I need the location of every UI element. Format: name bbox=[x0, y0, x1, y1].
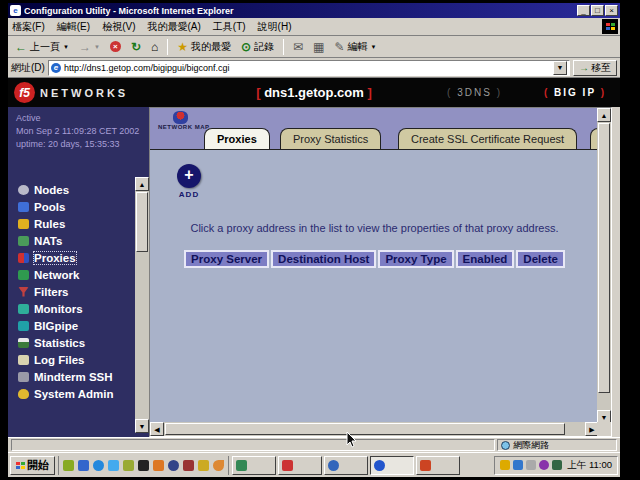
network-map-button[interactable]: NETWORK MAP bbox=[158, 111, 202, 130]
quick-launch-icon[interactable] bbox=[63, 460, 74, 471]
quick-launch-icon[interactable] bbox=[123, 460, 134, 471]
tray-icon[interactable] bbox=[500, 460, 510, 470]
sidebar-item-log-files[interactable]: Log Files bbox=[18, 351, 113, 368]
menu-favorites[interactable]: 我的最愛(A) bbox=[147, 20, 200, 34]
sidebar-scrollbar[interactable]: ▲ ▼ bbox=[135, 177, 149, 433]
window-titlebar[interactable]: e Configuration Utility - Microsoft Inte… bbox=[8, 3, 620, 18]
tray-icon[interactable] bbox=[552, 460, 562, 470]
edit-dropdown-icon[interactable]: ▼ bbox=[371, 44, 377, 50]
sidebar-item-proxies[interactable]: Proxies bbox=[18, 249, 113, 266]
quick-launch-icon[interactable] bbox=[153, 460, 164, 471]
favorites-icon: ★ bbox=[177, 41, 188, 53]
monitors-icon bbox=[18, 304, 29, 314]
tab-bar: NETWORK MAP Proxies Proxy Statistics Cre… bbox=[150, 108, 611, 150]
minimize-button[interactable]: _ bbox=[577, 5, 590, 16]
address-dropdown-icon[interactable]: ▼ bbox=[553, 61, 567, 75]
forward-dropdown-icon[interactable]: ▼ bbox=[94, 44, 100, 50]
taskbar-window-button-active[interactable] bbox=[370, 456, 414, 475]
system-tray: 上午 11:00 bbox=[494, 456, 618, 475]
maximize-button[interactable]: □ bbox=[591, 5, 604, 16]
tray-icon[interactable] bbox=[539, 460, 549, 470]
quick-launch-icon[interactable] bbox=[108, 460, 119, 471]
favorites-button[interactable]: ★ 我的最愛 bbox=[173, 38, 235, 56]
sidebar-item-mindterm-ssh[interactable]: Mindterm SSH bbox=[18, 368, 113, 385]
quick-launch-icon[interactable] bbox=[93, 460, 104, 471]
quick-launch-icon[interactable] bbox=[198, 460, 209, 471]
column-proxy-type: Proxy Type bbox=[378, 250, 453, 268]
sidebar-item-filters[interactable]: Filters bbox=[18, 283, 113, 300]
menu-view[interactable]: 檢視(V) bbox=[102, 20, 135, 34]
quick-launch-icon[interactable] bbox=[213, 460, 224, 471]
history-button[interactable]: ⊙ 記錄 bbox=[237, 38, 278, 56]
pools-icon bbox=[18, 202, 29, 212]
sidebar-item-pools[interactable]: Pools bbox=[18, 198, 113, 215]
sidebar-item-statistics[interactable]: Statistics bbox=[18, 334, 113, 351]
forward-button[interactable]: → ▼ bbox=[75, 38, 104, 56]
back-dropdown-icon[interactable]: ▼ bbox=[63, 44, 69, 50]
tab-proxy-statistics[interactable]: Proxy Statistics bbox=[280, 128, 381, 149]
menu-bar: 檔案(F) 編輯(E) 檢視(V) 我的最愛(A) 工具(T) 說明(H) bbox=[8, 18, 620, 36]
sidebar-item-bigpipe[interactable]: BIGpipe bbox=[18, 317, 113, 334]
refresh-button[interactable]: ↻ bbox=[127, 38, 145, 56]
tray-icon[interactable] bbox=[526, 460, 536, 470]
menu-edit[interactable]: 編輯(E) bbox=[57, 20, 90, 34]
quick-launch-icon[interactable] bbox=[78, 460, 89, 471]
edit-button[interactable]: ✎ 編輯 ▼ bbox=[330, 38, 380, 56]
tab-create-ssl-certificate-request[interactable]: Create SSL Certificate Request bbox=[398, 128, 577, 149]
address-field[interactable]: e ▼ bbox=[48, 60, 570, 76]
status-uptime: uptime: 20 days, 15:35:33 bbox=[16, 138, 139, 151]
taskbar-window-button[interactable] bbox=[278, 456, 322, 475]
rules-icon bbox=[18, 219, 29, 229]
content-horizontal-scrollbar[interactable]: ◀ ▶ bbox=[150, 422, 599, 436]
scroll-down-icon[interactable]: ▼ bbox=[135, 419, 149, 433]
sidebar-item-system-admin[interactable]: System Admin bbox=[18, 385, 113, 402]
sidebar-item-rules[interactable]: Rules bbox=[18, 215, 113, 232]
proxies-icon bbox=[18, 253, 29, 263]
column-delete: Delete bbox=[516, 250, 565, 268]
security-zone-panel: 網際網路 bbox=[497, 439, 617, 451]
tab-proxies[interactable]: Proxies bbox=[204, 128, 270, 149]
sidebar-item-nats[interactable]: NATs bbox=[18, 232, 113, 249]
taskbar-window-button[interactable] bbox=[416, 456, 460, 475]
sidebar-item-nodes[interactable]: Nodes bbox=[18, 181, 113, 198]
content-vertical-scrollbar[interactable]: ▲ ▼ bbox=[597, 108, 611, 424]
scroll-left-icon[interactable]: ◀ bbox=[150, 422, 164, 436]
stop-button[interactable]: × bbox=[106, 38, 125, 56]
content-scroll-thumb[interactable] bbox=[598, 123, 610, 393]
menu-help[interactable]: 說明(H) bbox=[258, 20, 292, 34]
print-button[interactable]: ▦ bbox=[309, 38, 328, 56]
header-nav-bigip[interactable]: ( BIG IP ) bbox=[544, 87, 606, 98]
app-icon bbox=[420, 460, 431, 471]
quick-launch-icon[interactable] bbox=[138, 460, 149, 471]
sidebar-item-monitors[interactable]: Monitors bbox=[18, 300, 113, 317]
bracket-right: ] bbox=[367, 85, 371, 100]
taskbar-window-button[interactable] bbox=[232, 456, 276, 475]
taskbar-window-button[interactable] bbox=[324, 456, 368, 475]
refresh-icon: ↻ bbox=[131, 41, 141, 53]
horizontal-scroll-thumb[interactable] bbox=[165, 423, 565, 435]
taskbar-clock: 上午 11:00 bbox=[565, 459, 612, 472]
tray-icon[interactable] bbox=[513, 460, 523, 470]
status-active: Active bbox=[16, 112, 139, 125]
browser-toolbar: ← 上一頁 ▼ → ▼ × ↻ ⌂ ★ 我的最愛 ⊙ 記錄 ✉ bbox=[8, 36, 620, 58]
app-icon bbox=[282, 460, 293, 471]
mail-button[interactable]: ✉ bbox=[289, 38, 307, 56]
add-proxy-button[interactable]: + ADD bbox=[174, 164, 204, 199]
home-button[interactable]: ⌂ bbox=[147, 38, 162, 56]
back-button[interactable]: ← 上一頁 ▼ bbox=[11, 38, 73, 56]
go-button[interactable]: → 移至 bbox=[573, 60, 617, 76]
close-button[interactable]: × bbox=[605, 5, 618, 16]
sidebar-scroll-thumb[interactable] bbox=[136, 192, 148, 252]
mouse-cursor bbox=[346, 431, 358, 449]
quick-launch-icon[interactable] bbox=[183, 460, 194, 471]
menu-file[interactable]: 檔案(F) bbox=[12, 20, 45, 34]
scroll-up-icon[interactable]: ▲ bbox=[597, 108, 611, 122]
menu-tools[interactable]: 工具(T) bbox=[213, 20, 246, 34]
header-nav-3dns[interactable]: ( 3DNS ) bbox=[447, 87, 502, 98]
quick-launch-icon[interactable] bbox=[168, 460, 179, 471]
scroll-up-icon[interactable]: ▲ bbox=[135, 177, 149, 191]
ie-window-icon: e bbox=[10, 5, 21, 16]
start-button[interactable]: 開始 bbox=[10, 456, 55, 475]
sidebar-item-network[interactable]: Network bbox=[18, 266, 113, 283]
url-input[interactable] bbox=[64, 63, 550, 73]
